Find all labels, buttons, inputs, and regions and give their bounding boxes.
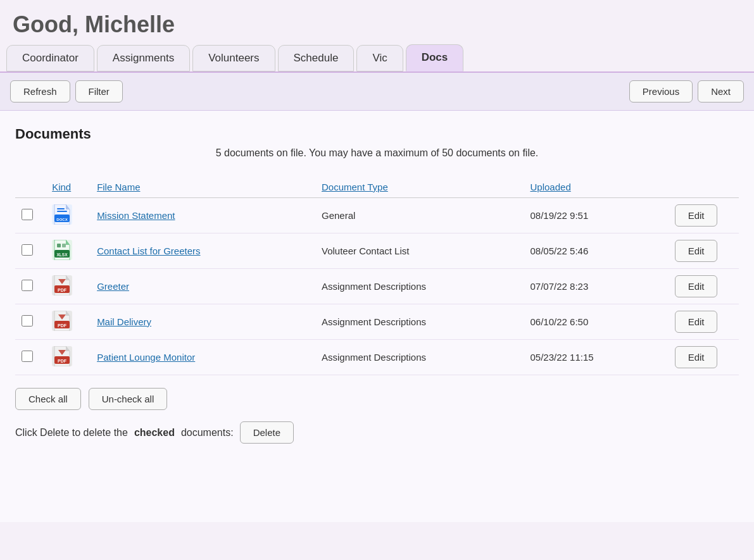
row-kind-cell: DOCX (46, 198, 91, 233)
file-type-icon: PDF (52, 322, 72, 333)
row-filename-cell[interactable]: Mission Statement (91, 198, 315, 233)
svg-rect-13 (62, 244, 66, 247)
uncheck-all-button[interactable]: Un-check all (89, 388, 168, 410)
toolbar-left: Refresh Filter (10, 80, 123, 103)
tab-coordinator[interactable]: Coordinator (6, 45, 94, 72)
edit-button[interactable]: Edit (675, 240, 718, 262)
svg-text:PDF: PDF (58, 323, 67, 328)
row-action-cell[interactable]: Edit (669, 340, 739, 375)
toolbar-right: Previous Next (629, 80, 744, 103)
row-doctype-cell: General (315, 198, 524, 233)
svg-text:PDF: PDF (58, 288, 67, 292)
row-checkbox-cell[interactable] (15, 269, 46, 304)
svg-text:DOCX: DOCX (56, 218, 67, 221)
col-header-doctype[interactable]: Document Type (315, 177, 524, 198)
row-kind-cell: XLSX (46, 233, 91, 269)
tab-vic[interactable]: Vic (356, 45, 403, 72)
file-name-link[interactable]: Patient Lounge Monitor (97, 352, 195, 363)
delete-suffix: documents: (181, 427, 234, 439)
row-action-cell[interactable]: Edit (669, 269, 739, 304)
tab-docs[interactable]: Docs (406, 44, 464, 72)
refresh-button[interactable]: Refresh (10, 80, 70, 103)
delete-prefix: Click Delete to delete the (15, 427, 128, 439)
row-checkbox-cell[interactable] (15, 233, 46, 269)
row-action-cell[interactable]: Edit (669, 198, 739, 233)
delete-row: Click Delete to delete the checked docum… (15, 421, 739, 444)
edit-button[interactable]: Edit (675, 204, 718, 227)
file-name-link[interactable]: Mission Statement (97, 210, 175, 221)
row-kind-cell: PDF (46, 340, 91, 375)
row-doctype-cell: Assignment Descriptions (315, 340, 524, 375)
next-button[interactable]: Next (698, 80, 744, 103)
row-kind-cell: PDF (46, 304, 91, 340)
tabs-bar: Coordinator Assignments Volunteers Sched… (0, 44, 754, 73)
row-checkbox-cell[interactable] (15, 340, 46, 375)
row-filename-cell[interactable]: Contact List for Greeters (91, 233, 315, 269)
file-name-link[interactable]: Contact List for Greeters (97, 246, 200, 256)
row-action-cell[interactable]: Edit (669, 233, 739, 269)
file-type-icon: XLSX (52, 251, 72, 262)
file-type-icon: DOCX (52, 216, 72, 227)
documents-table: Kind File Name Document Type Uploaded DO… (15, 177, 739, 375)
delete-bold: checked (134, 427, 175, 439)
row-checkbox-cell[interactable] (15, 198, 46, 233)
col-header-filename[interactable]: File Name (91, 177, 315, 198)
row-checkbox[interactable] (22, 209, 33, 220)
col-header-check (15, 177, 46, 198)
row-checkbox[interactable] (22, 315, 33, 327)
file-name-link[interactable]: Greeter (97, 281, 129, 292)
file-type-icon: PDF (52, 287, 72, 297)
row-doctype-cell: Assignment Descriptions (315, 269, 524, 304)
row-doctype-cell: Voluteer Contact List (315, 233, 524, 269)
edit-button[interactable]: Edit (675, 275, 718, 297)
table-row: PDF Mail Delivery Assignment Description… (15, 304, 739, 340)
row-uploaded-cell: 07/07/22 8:23 (524, 269, 669, 304)
svg-rect-5 (57, 208, 65, 209)
previous-button[interactable]: Previous (629, 80, 693, 103)
file-name-link[interactable]: Mail Delivery (97, 316, 151, 327)
edit-button[interactable]: Edit (675, 346, 718, 368)
delete-button[interactable]: Delete (240, 421, 294, 444)
row-filename-cell[interactable]: Greeter (91, 269, 315, 304)
filter-button[interactable]: Filter (75, 80, 123, 103)
table-row: PDF Greeter Assignment Descriptions 07/0… (15, 269, 739, 304)
check-all-button[interactable]: Check all (15, 388, 81, 410)
document-count: 5 documents on file. You may have a maxi… (15, 147, 739, 159)
row-checkbox[interactable] (22, 351, 33, 362)
row-uploaded-cell: 05/23/22 11:15 (524, 340, 669, 375)
row-kind-cell: PDF (46, 269, 91, 304)
col-header-action (669, 177, 739, 198)
file-type-icon: PDF (52, 358, 72, 368)
svg-text:PDF: PDF (58, 359, 67, 363)
row-uploaded-cell: 06/10/22 6:50 (524, 304, 669, 340)
tab-schedule[interactable]: Schedule (278, 45, 355, 72)
table-row: XLSX Contact List for Greeters Voluteer … (15, 233, 739, 269)
row-checkbox[interactable] (22, 244, 33, 256)
main-content: Documents 5 documents on file. You may h… (0, 111, 754, 522)
edit-button[interactable]: Edit (675, 311, 718, 333)
page-title: Good, Michelle (0, 0, 754, 44)
col-header-kind[interactable]: Kind (46, 177, 91, 198)
row-action-cell[interactable]: Edit (669, 304, 739, 340)
col-header-uploaded[interactable]: Uploaded (524, 177, 669, 198)
svg-text:XLSX: XLSX (57, 252, 68, 257)
table-row: DOCX Mission Statement General 08/19/22 … (15, 198, 739, 233)
svg-rect-6 (57, 211, 67, 212)
tab-assignments[interactable]: Assignments (97, 45, 190, 72)
row-filename-cell[interactable]: Patient Lounge Monitor (91, 340, 315, 375)
toolbar: Refresh Filter Previous Next (0, 73, 754, 111)
row-doctype-cell: Assignment Descriptions (315, 304, 524, 340)
documents-section-title: Documents (15, 126, 739, 142)
row-checkbox-cell[interactable] (15, 304, 46, 340)
row-uploaded-cell: 08/19/22 9:51 (524, 198, 669, 233)
svg-rect-12 (57, 244, 61, 247)
row-filename-cell[interactable]: Mail Delivery (91, 304, 315, 340)
bottom-actions: Check all Un-check all (15, 388, 739, 410)
row-uploaded-cell: 08/05/22 5:46 (524, 233, 669, 269)
row-checkbox[interactable] (22, 280, 33, 291)
table-row: PDF Patient Lounge Monitor Assignment De… (15, 340, 739, 375)
tab-volunteers[interactable]: Volunteers (192, 45, 275, 72)
